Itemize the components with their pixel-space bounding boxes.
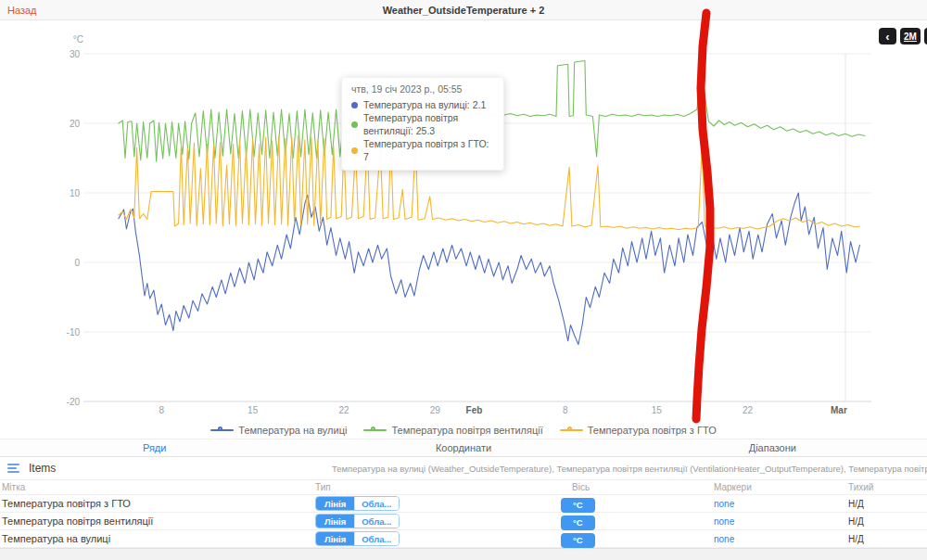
back-button[interactable]: Назад (7, 5, 37, 16)
items-summary: Температура на вулиці (Weather_OutsideTe… (332, 464, 927, 474)
svg-text:20: 20 (70, 119, 81, 129)
series-table-header: Мітка Тип Вісь Маркери Тихий (0, 480, 927, 495)
svg-text:22: 22 (338, 405, 349, 415)
col-header-label: Мітка (0, 482, 315, 492)
col-header-quiet: Тихий (848, 482, 927, 492)
markers-link[interactable]: none (714, 534, 848, 544)
quiet-value: Н/Д (848, 516, 927, 527)
chart-tooltip: чтв, 19 січ 2023 р., 05:55 Температура н… (341, 77, 504, 171)
line-series-icon (363, 426, 387, 436)
type-line-button[interactable]: Лінія (316, 497, 354, 510)
tooltip-row: Температура повітря з ГТО: 7 (351, 137, 494, 163)
tooltip-timestamp: чтв, 19 січ 2023 р., 05:55 (351, 83, 494, 95)
tab-ranges[interactable]: Діапазони (618, 439, 927, 456)
tooltip-row: Температура на вулиці: 2.1 (351, 98, 494, 111)
svg-text:8: 8 (159, 405, 165, 415)
quiet-value: Н/Д (848, 499, 927, 509)
svg-text:22: 22 (743, 405, 754, 415)
period-2m-button[interactable]: 2M (900, 28, 921, 45)
type-segmented-control: Лінія Обла... (315, 496, 400, 511)
top-bar: Назад Weather_OutsideTemperature + 2 (0, 0, 927, 20)
col-header-type: Тип (315, 482, 561, 492)
svg-text:8: 8 (563, 405, 568, 415)
type-segmented-control: Лінія Обла... (315, 514, 400, 528)
axis-button[interactable]: °C (561, 515, 595, 530)
tooltip-row: Температура повітря вентиляції: 25.3 (351, 111, 494, 137)
series-dot-icon (351, 102, 358, 108)
svg-text:10: 10 (70, 188, 81, 198)
table-row: Температура повітря з ГТО Лінія Обла... … (0, 495, 927, 513)
type-line-button[interactable]: Лінія (316, 532, 354, 545)
tab-bar: Ряди Координати Діапазони (0, 439, 927, 457)
type-area-button[interactable]: Обла... (354, 515, 398, 528)
series-label: Температура повітря вентиляції (0, 515, 315, 527)
svg-text:Feb: Feb (466, 405, 483, 415)
line-series-icon (210, 426, 234, 436)
line-series-icon (560, 426, 583, 436)
type-segmented-control: Лінія Обла... (315, 531, 400, 546)
tooltip-text: Температура повітря з ГТО: 7 (363, 137, 494, 163)
type-area-button[interactable]: Обла... (354, 497, 398, 510)
pan-left-button[interactable]: ‹ (879, 28, 896, 45)
svg-text:15: 15 (652, 405, 663, 415)
legend-item-ventilation-temp[interactable]: Температура повітря вентиляції (363, 425, 542, 436)
tab-coordinates[interactable]: Координати (309, 439, 617, 456)
svg-text:30: 30 (70, 49, 81, 59)
series-label: Температура повітря з ГТО (0, 498, 315, 509)
type-line-button[interactable]: Лінія (316, 515, 354, 528)
legend-item-gto-temp[interactable]: Температура повітря з ГТО (560, 425, 717, 436)
legend-label: Температура на вулиці (238, 425, 347, 436)
series-dot-icon (351, 121, 358, 128)
svg-text:°C: °C (73, 34, 83, 45)
footer-strip (0, 548, 927, 560)
col-header-axis: Вісь (561, 482, 714, 492)
chart-nav-buttons: ‹ 2M › (879, 28, 927, 45)
series-label: Температура на вулиці (0, 533, 315, 544)
svg-text:15: 15 (248, 405, 259, 415)
axis-button[interactable]: °C (561, 533, 595, 548)
legend-label: Температура повітря з ГТО (588, 425, 717, 436)
table-row: Температура повітря вентиляції Лінія Обл… (0, 513, 927, 530)
svg-text:Mar: Mar (831, 405, 847, 415)
tooltip-text: Температура повітря вентиляції: 25.3 (363, 111, 494, 137)
markers-link[interactable]: none (714, 516, 848, 527)
type-area-button[interactable]: Обла... (354, 532, 398, 545)
col-header-markers: Маркери (714, 482, 848, 492)
list-icon (7, 464, 19, 473)
items-accordion[interactable]: Items Температура на вулиці (Weather_Out… (0, 457, 927, 480)
legend-label: Температура повітря вентиляції (391, 425, 542, 436)
chart-area[interactable]: 3020100-10-20°C8152229Feb81522Mar ‹ 2M ›… (0, 20, 927, 422)
axis-button[interactable]: °C (561, 498, 595, 513)
markers-link[interactable]: none (714, 499, 848, 509)
quiet-value: Н/Д (848, 534, 927, 544)
tab-series[interactable]: Ряди (0, 439, 309, 456)
legend-item-outside-temp[interactable]: Температура на вулиці (210, 425, 347, 436)
svg-text:29: 29 (430, 405, 441, 415)
tooltip-text: Температура на вулиці: 2.1 (363, 98, 486, 111)
svg-text:0: 0 (74, 258, 80, 268)
table-row: Температура на вулиці Лінія Обла... °C n… (0, 530, 927, 548)
svg-text:-20: -20 (67, 397, 81, 407)
series-dot-icon (351, 147, 358, 154)
page-title: Weather_OutsideTemperature + 2 (0, 5, 927, 16)
chart-legend: Температура на вулиці Температура повітр… (0, 422, 927, 439)
svg-text:-10: -10 (67, 327, 81, 337)
items-title: Items (29, 462, 56, 475)
